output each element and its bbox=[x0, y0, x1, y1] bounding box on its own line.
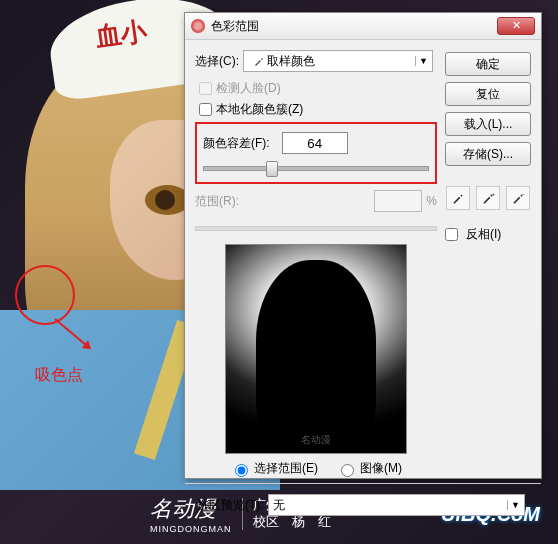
range-input bbox=[374, 190, 422, 212]
detect-faces-label: 检测人脸(D) bbox=[216, 80, 281, 97]
fuzziness-input[interactable] bbox=[282, 132, 348, 154]
app-icon bbox=[191, 19, 205, 33]
detect-faces-checkbox bbox=[199, 82, 212, 95]
annotation-label: 吸色点 bbox=[35, 365, 83, 386]
radio-selection-input[interactable] bbox=[235, 464, 248, 477]
chevron-down-icon: ▼ bbox=[507, 500, 520, 510]
preview-watermark: 名动漫 bbox=[226, 433, 406, 447]
fuzziness-slider[interactable] bbox=[203, 160, 429, 176]
preview-silhouette bbox=[256, 260, 376, 440]
preview-label: 选区预览(T): bbox=[197, 497, 264, 514]
range-label: 范围(R): bbox=[195, 193, 239, 210]
chevron-down-icon: ▼ bbox=[415, 56, 428, 66]
radio-image-label: 图像(M) bbox=[360, 460, 402, 477]
preview-value: 无 bbox=[273, 497, 285, 514]
fuzziness-label: 颜色容差(F): bbox=[203, 135, 270, 152]
eyedropper-add-button[interactable]: + bbox=[476, 186, 500, 210]
range-slider bbox=[195, 220, 437, 236]
save-button[interactable]: 存储(S)... bbox=[445, 142, 531, 166]
annotation-circle bbox=[15, 265, 75, 325]
localized-label: 本地化颜色簇(Z) bbox=[216, 101, 303, 118]
eyedropper-icon bbox=[251, 53, 267, 69]
fuzziness-highlight: 颜色容差(F): bbox=[195, 122, 437, 184]
eyedropper-subtract-button[interactable]: − bbox=[506, 186, 530, 210]
slider-track bbox=[203, 166, 429, 171]
svg-text:−: − bbox=[522, 191, 526, 197]
radio-selection[interactable]: 选择范围(E) bbox=[230, 460, 318, 477]
preview-image[interactable]: 名动漫 bbox=[225, 244, 407, 454]
radio-image-input[interactable] bbox=[341, 464, 354, 477]
load-button[interactable]: 载入(L)... bbox=[445, 112, 531, 136]
select-value: 取样颜色 bbox=[267, 53, 315, 70]
select-dropdown[interactable]: 取样颜色 ▼ bbox=[243, 50, 433, 72]
preview-dropdown[interactable]: 无 ▼ bbox=[268, 494, 525, 516]
localized-checkbox[interactable] bbox=[199, 103, 212, 116]
radio-selection-label: 选择范围(E) bbox=[254, 460, 318, 477]
color-range-dialog: 色彩范围 ✕ 选择(C): 取样颜色 ▼ 检测人脸(D) 本地化颜色簇(Z) 颜… bbox=[184, 12, 542, 479]
close-button[interactable]: ✕ bbox=[497, 17, 535, 35]
radio-image[interactable]: 图像(M) bbox=[336, 460, 402, 477]
slider-thumb[interactable] bbox=[266, 161, 278, 177]
range-unit: % bbox=[426, 194, 437, 208]
invert-checkbox[interactable] bbox=[445, 228, 458, 241]
select-label: 选择(C): bbox=[195, 53, 239, 70]
title-bar[interactable]: 色彩范围 ✕ bbox=[185, 13, 541, 40]
reset-button[interactable]: 复位 bbox=[445, 82, 531, 106]
invert-label: 反相(I) bbox=[466, 226, 501, 243]
slider-track bbox=[195, 226, 437, 231]
eyedropper-button[interactable] bbox=[446, 186, 470, 210]
ok-button[interactable]: 确定 bbox=[445, 52, 531, 76]
dialog-title: 色彩范围 bbox=[211, 18, 497, 35]
svg-text:+: + bbox=[492, 191, 496, 197]
